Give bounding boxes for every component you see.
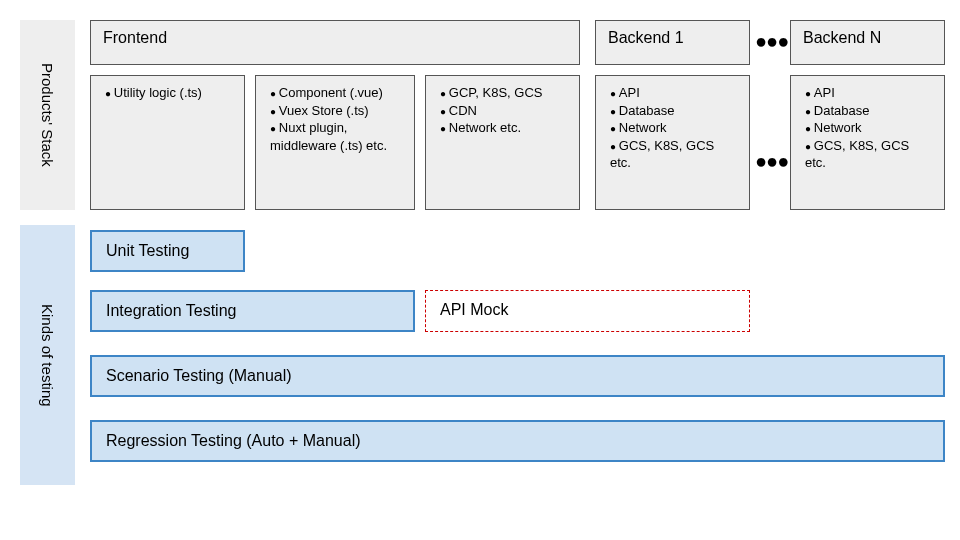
section-label-kinds-of-testing: Kinds of testing — [20, 225, 75, 485]
section-label-products-stack: Products' Stack — [20, 20, 75, 210]
ellipsis-bottom: ●●● — [755, 150, 788, 173]
backend1-item: Database — [610, 102, 737, 120]
frontend-col2: Component (.vue) Vuex Store (.ts) Nuxt p… — [255, 75, 415, 210]
backendn-title: Backend N — [803, 29, 881, 46]
backend1-item: Network — [610, 119, 737, 137]
backend1-item: API — [610, 84, 737, 102]
backendn-header: Backend N — [790, 20, 945, 65]
ellipsis-top: ●●● — [755, 30, 788, 53]
api-mock-box: API Mock — [425, 290, 750, 332]
backendn-item: GCS, K8S, GCS etc. — [805, 137, 932, 172]
frontend-col1: Utility logic (.ts) — [90, 75, 245, 210]
scenario-testing-box: Scenario Testing (Manual) — [90, 355, 945, 397]
backend1-items: API Database Network GCS, K8S, GCS etc. — [595, 75, 750, 210]
frontend-col2-item: Component (.vue) — [270, 84, 402, 102]
backendn-item: API — [805, 84, 932, 102]
backendn-item: Database — [805, 102, 932, 120]
frontend-col1-item: Utility logic (.ts) — [105, 84, 232, 102]
integration-testing-box: Integration Testing — [90, 290, 415, 332]
backend1-item: GCS, K8S, GCS etc. — [610, 137, 737, 172]
backend1-title: Backend 1 — [608, 29, 684, 46]
frontend-col3-item: CDN — [440, 102, 567, 120]
frontend-col3-item: Network etc. — [440, 119, 567, 137]
unit-testing-box: Unit Testing — [90, 230, 245, 272]
backend1-header: Backend 1 — [595, 20, 750, 65]
frontend-col2-item: Nuxt plugin, middleware (.ts) etc. — [270, 119, 402, 154]
backendn-item: Network — [805, 119, 932, 137]
frontend-title: Frontend — [103, 29, 167, 46]
regression-testing-box: Regression Testing (Auto + Manual) — [90, 420, 945, 462]
frontend-col3: GCP, K8S, GCS CDN Network etc. — [425, 75, 580, 210]
frontend-col2-item: Vuex Store (.ts) — [270, 102, 402, 120]
frontend-header: Frontend — [90, 20, 580, 65]
frontend-col3-item: GCP, K8S, GCS — [440, 84, 567, 102]
backendn-items: API Database Network GCS, K8S, GCS etc. — [790, 75, 945, 210]
